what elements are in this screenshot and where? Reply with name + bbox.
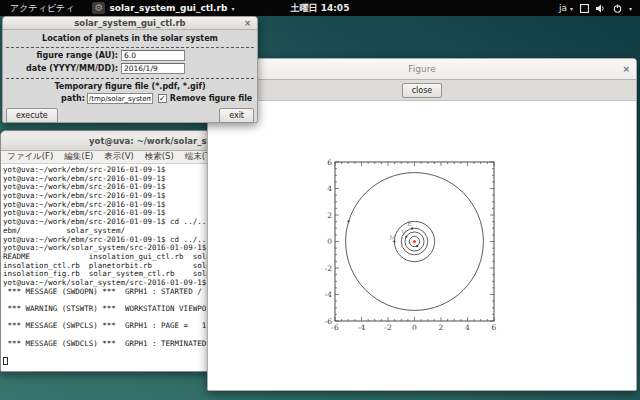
figure-titlebar[interactable]: Figure × (208, 59, 636, 80)
dialog-titlebar[interactable]: solar_system_gui_ctl.rb × (3, 17, 257, 30)
planet-label-venus: V (400, 229, 406, 237)
keyboard-layout-indicator[interactable]: ja ▾ (559, 3, 573, 13)
close-icon[interactable]: × (622, 59, 630, 80)
path-input[interactable] (87, 93, 153, 104)
figure-range-label: figure range (AU): (3, 51, 121, 60)
y-tick-label: 0 (327, 237, 332, 246)
system-status-area[interactable]: ja ▾ ▾ (559, 3, 640, 13)
x-tick-label: -2 (384, 323, 392, 332)
figure-toolbar: close (208, 80, 636, 101)
power-icon (613, 4, 622, 13)
keyboard-layout-label: ja (559, 3, 567, 13)
activities-button[interactable]: アクティビティ (0, 0, 84, 16)
date-input[interactable] (121, 63, 185, 74)
terminal-cursor (3, 357, 8, 365)
dialog-title: solar_system_gui_ctl.rb (74, 18, 185, 28)
desktop: アクティビティ ⚙ solar_system_gui_ctl.rb ▾ 土曜日 … (0, 0, 640, 400)
close-icon[interactable]: × (244, 17, 251, 30)
x-tick-label: 0 (412, 323, 417, 332)
exit-button[interactable]: exit (219, 108, 254, 123)
path-label: path: (61, 94, 87, 103)
x-tick-label: 2 (439, 323, 444, 332)
y-tick-label: -4 (325, 290, 333, 299)
planet-label-mars: M (389, 234, 396, 242)
control-dialog: solar_system_gui_ctl.rb × Location of pl… (2, 16, 258, 123)
figure-range-input[interactable] (121, 50, 185, 61)
x-tick-label: -4 (358, 323, 366, 332)
execute-button[interactable]: execute (6, 108, 58, 123)
chevron-down-icon: ▾ (629, 5, 632, 12)
separator (6, 47, 254, 48)
y-tick-label: -6 (325, 317, 333, 326)
x-tick-label: 4 (465, 323, 470, 332)
menu-item[interactable]: ファイル(F) (7, 151, 53, 163)
figure-title: Figure (408, 64, 435, 74)
dialog-heading: Location of planets in the solar system (3, 30, 257, 43)
menu-item[interactable]: 編集(E) (64, 151, 93, 163)
app-menu-label: solar_system_gui_ctl.rb (109, 3, 227, 13)
planet-marker-mercury (416, 245, 418, 247)
remove-file-label: Remove figure file (170, 94, 252, 103)
figure-plot: -6-6-4-4-2-200224466VEM (208, 101, 636, 390)
sun-marker (413, 240, 416, 243)
y-tick-label: 2 (327, 211, 332, 220)
display-icon (580, 4, 589, 13)
app-menu-button[interactable]: ⚙ solar_system_gui_ctl.rb ▾ (84, 0, 242, 16)
menu-item[interactable]: 検索(S) (145, 151, 174, 163)
remove-file-checkbox[interactable]: ✓ (158, 94, 167, 103)
y-tick-label: 6 (327, 158, 332, 167)
volume-icon (596, 4, 606, 13)
date-label: date (YYYY/MM/DD): (3, 64, 121, 73)
figure-canvas: -6-6-4-4-2-200224466VEM (208, 101, 636, 390)
figure-window: Figure × close -6-6-4-4-2-200224466VEM (207, 58, 637, 391)
app-icon: ⚙ (92, 2, 105, 14)
planet-marker-jupiter (348, 220, 350, 222)
chevron-down-icon: ▾ (231, 5, 234, 12)
chevron-down-icon: ▾ (570, 5, 573, 12)
menu-item[interactable]: 表示(V) (104, 151, 133, 163)
y-tick-label: 4 (327, 184, 332, 193)
y-tick-label: -2 (325, 264, 333, 273)
temp-file-heading: Temporary figure file (*.pdf, *.gif) (3, 79, 257, 91)
x-tick-label: 6 (492, 323, 497, 332)
top-bar: アクティビティ ⚙ solar_system_gui_ctl.rb ▾ 土曜日 … (0, 0, 640, 16)
x-tick-label: -6 (331, 323, 339, 332)
close-button[interactable]: close (402, 83, 443, 98)
